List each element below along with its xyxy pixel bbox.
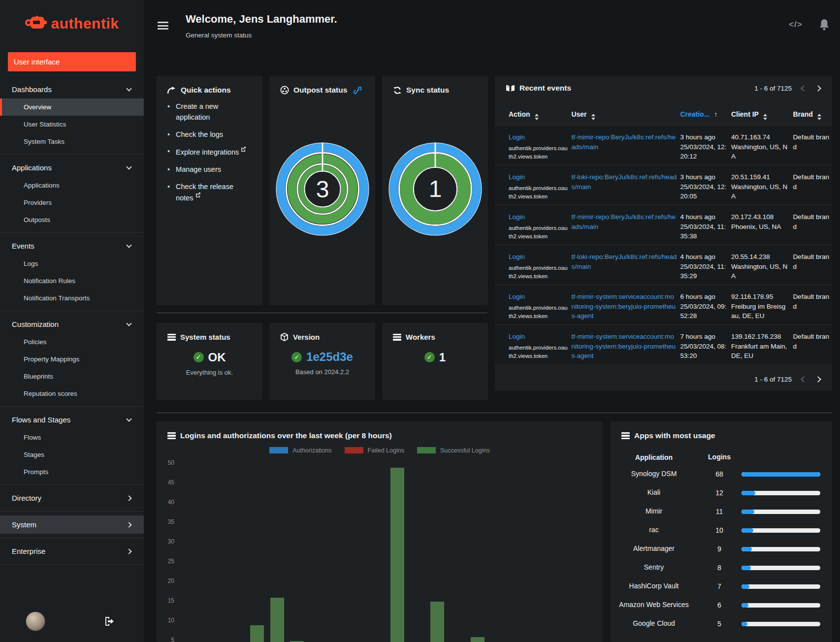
- sync-donut-chart: 1: [382, 142, 488, 236]
- divider: [0, 538, 144, 538]
- workers-value: ✓ 1: [382, 351, 488, 364]
- sidebar-item-system-tasks[interactable]: System Tasks: [0, 133, 144, 150]
- sidebar-item-prompts[interactable]: Prompts: [0, 463, 144, 481]
- sync-count: 1: [428, 176, 442, 202]
- sidebar-item-notification-transports[interactable]: Notification Transports: [0, 289, 144, 307]
- event-client-ip: 20.51.159.41Washington, US, NA: [731, 172, 789, 205]
- next-page-icon[interactable]: [815, 85, 821, 92]
- authentik-logo: authentik: [0, 15, 144, 32]
- usage-progress-track: [742, 622, 820, 626]
- sidebar-item-notification-rules[interactable]: Notification Rules: [0, 272, 144, 289]
- app-name: Synology DSM: [611, 469, 697, 479]
- server-icon: [393, 333, 401, 342]
- sidebar-item-flows[interactable]: Flows: [0, 429, 144, 446]
- sidebar-footer: [0, 611, 144, 631]
- sidebar-item-policies[interactable]: Policies: [0, 333, 144, 351]
- sidebar-section-flows-and-stages[interactable]: Flows and Stages: [0, 411, 144, 429]
- sidebar-item-outposts[interactable]: Outposts: [0, 211, 144, 228]
- event-creation: 7 hours ago25/03/2024, 08:53:20: [680, 332, 727, 364]
- event-context: authentik.providers.oauth2.views.token: [509, 264, 568, 282]
- event-user-link[interactable]: tf-mimir-repo:BeryJu/k8s:ref:refs/heads/…: [571, 132, 677, 152]
- server-icon: [167, 333, 176, 342]
- event-user-link[interactable]: tf-mimir-system:serviceaccount:monitorin…: [571, 332, 677, 361]
- chart-bar: [471, 637, 485, 642]
- sidebar-section-system[interactable]: System: [0, 515, 144, 534]
- link-icon[interactable]: [354, 86, 362, 95]
- app-name: Alertmanager: [611, 544, 697, 554]
- event-user-link[interactable]: tf-loki-repo:BeryJu/k8s:ref:refs/heads/m…: [571, 252, 677, 271]
- quick-action-link-explore-integrations[interactable]: Explore integrations: [176, 146, 246, 158]
- event-creation: 4 hours ago25/03/2024, 11:35:38: [680, 212, 727, 245]
- quick-action-link-check-the-release-notes[interactable]: Check the release notes: [176, 182, 252, 204]
- sidebar-section-enterprise[interactable]: Enterprise: [0, 542, 144, 560]
- sidebar-item-logs[interactable]: Logs: [0, 255, 144, 272]
- menu-toggle-icon[interactable]: [158, 22, 168, 31]
- usage-progress-track: [742, 584, 820, 589]
- quick-action-link-manage-users[interactable]: Manage users: [176, 164, 221, 175]
- event-action-link[interactable]: Login: [509, 292, 568, 302]
- workers-card: Workers ✓ 1: [382, 323, 488, 400]
- notifications-bell-icon[interactable]: [819, 19, 830, 32]
- sidebar-item-applications[interactable]: Applications: [0, 177, 144, 194]
- previous-page-icon[interactable]: [801, 376, 807, 383]
- sidebar-section-directory[interactable]: Directory: [0, 489, 144, 507]
- chevron-down-icon: [126, 416, 131, 421]
- sidebar-item-stages[interactable]: Stages: [0, 446, 144, 463]
- events-col-user[interactable]: User: [571, 110, 677, 120]
- quick-action-link-create-a-new-application[interactable]: Create a new application: [176, 101, 252, 123]
- version-link[interactable]: 1e25d3e: [306, 350, 353, 364]
- sidebar-item-property-mappings[interactable]: Property Mappings: [0, 351, 144, 368]
- sidebar-section-events[interactable]: Events: [0, 237, 144, 255]
- divider: [157, 313, 487, 313]
- external-link-icon: [195, 192, 201, 197]
- sidebar-item-blueprints[interactable]: Blueprints: [0, 368, 144, 385]
- logout-icon[interactable]: [104, 616, 115, 626]
- next-page-icon[interactable]: [815, 376, 821, 383]
- apps-col-logins: Logins: [697, 453, 742, 463]
- event-creation: 3 hours ago25/03/2024, 12:20:12: [680, 132, 727, 165]
- user-interface-button[interactable]: User interface: [8, 52, 136, 71]
- legend-item-successful-logins: Successful Logins: [417, 447, 490, 454]
- sidebar-section-customization[interactable]: Customization: [0, 315, 144, 333]
- usage-progress-track: [742, 603, 820, 608]
- event-action-link[interactable]: Login: [509, 332, 568, 342]
- events-col-brand[interactable]: Brand: [793, 110, 832, 120]
- event-context: authentik.providers.oauth2.views.token: [509, 184, 568, 202]
- event-user-link[interactable]: tf-mimir-repo:BeryJu/k8s:ref:refs/heads/…: [571, 212, 677, 231]
- sidebar-item-reputation-scores[interactable]: Reputation scores: [0, 385, 144, 402]
- event-action-link[interactable]: Login: [509, 132, 568, 142]
- quick-action-item: •Check the release notes: [167, 182, 252, 204]
- chart-legend: AuthorizationsFailed LoginsSuccessful Lo…: [157, 447, 603, 454]
- outpost-status-card: Outpost status 3: [269, 76, 375, 305]
- apps-table-body: Synology DSM68Kiali12Mimir11rac10Alertma…: [611, 465, 832, 633]
- app-usage-row: Mimir11: [611, 502, 832, 521]
- sidebar-item-overview[interactable]: Overview: [0, 98, 144, 116]
- package-icon: [280, 333, 289, 341]
- events-col-action[interactable]: Action: [509, 110, 568, 120]
- sidebar-item-providers[interactable]: Providers: [0, 194, 144, 211]
- bullet: •: [167, 182, 170, 204]
- event-action-link[interactable]: Login: [509, 172, 568, 182]
- divider: [0, 564, 144, 565]
- y-axis-tick: 20: [160, 578, 174, 584]
- event-action-link[interactable]: Login: [509, 212, 568, 222]
- events-col-creatio-[interactable]: Creatio...↑: [680, 110, 727, 120]
- chevron-right-icon: [126, 548, 131, 554]
- quick-action-link-check-the-logs[interactable]: Check the logs: [176, 129, 223, 140]
- event-user-link[interactable]: tf-loki-repo:BeryJu/k8s:ref:refs/heads/m…: [571, 172, 677, 192]
- pagination-label: 1 - 6 of 7125: [754, 376, 792, 383]
- sync-status-title: Sync status: [382, 76, 488, 95]
- api-code-icon[interactable]: </>: [789, 20, 803, 30]
- bullet: •: [167, 146, 170, 158]
- sidebar-section-dashboards[interactable]: Dashboards: [0, 80, 144, 98]
- sidebar-section-applications[interactable]: Applications: [0, 159, 144, 177]
- divider: [0, 154, 144, 155]
- previous-page-icon[interactable]: [801, 85, 807, 92]
- avatar[interactable]: [26, 611, 45, 631]
- event-user-link[interactable]: tf-mimir-system:serviceaccount:monitorin…: [571, 292, 677, 321]
- event-action-link[interactable]: Login: [509, 252, 568, 262]
- events-col-client-ip[interactable]: Client IP: [731, 110, 789, 120]
- page-subtitle: General system status: [186, 32, 252, 39]
- app-name: rac: [611, 525, 697, 535]
- sidebar-item-user-statistics[interactable]: User Statistics: [0, 116, 144, 133]
